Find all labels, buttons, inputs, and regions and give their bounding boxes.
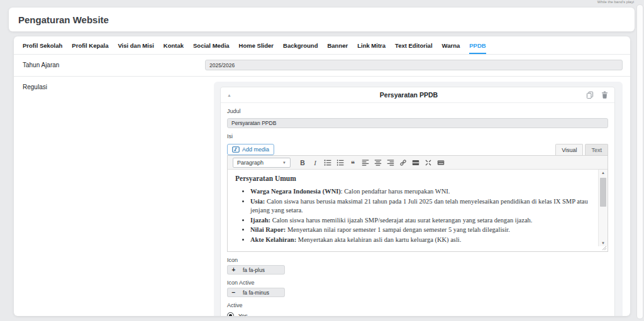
align-center-icon bbox=[374, 159, 382, 166]
page-scrollbar[interactable] bbox=[637, 5, 643, 318]
requirements-list: Warga Negara Indonesia (WNI): Calon pend… bbox=[235, 187, 591, 246]
insert-link-button[interactable] bbox=[397, 158, 409, 168]
icon-input-group: + fa fa-plus bbox=[227, 265, 285, 275]
add-media-label: Add media bbox=[242, 146, 269, 153]
list-item: Nilai Rapor: Menyertakan nilai rapor sem… bbox=[250, 226, 591, 234]
tab-home-slider[interactable]: Home Slider bbox=[239, 36, 274, 54]
numbered-list-icon bbox=[336, 159, 344, 166]
numbered-list-button[interactable] bbox=[335, 158, 346, 168]
judul-label: Judul bbox=[227, 108, 608, 114]
icon-active-label: Icon Active bbox=[227, 280, 608, 286]
tab-visi-dan-misi[interactable]: Visi dan Misi bbox=[118, 36, 153, 54]
regulation-card-header: ▲ Persyaratan PPDB bbox=[221, 87, 614, 103]
editor-frame: Paragraph ▼ B I bbox=[227, 155, 608, 252]
blockquote-button[interactable]: ❝ bbox=[347, 158, 358, 168]
link-icon bbox=[399, 159, 407, 166]
align-left-button[interactable] bbox=[360, 158, 371, 168]
paragraph-dropdown[interactable]: Paragraph ▼ bbox=[233, 158, 291, 168]
list-item: Warga Negara Indonesia (WNI): Calon pend… bbox=[250, 187, 591, 196]
read-more-button[interactable] bbox=[410, 158, 421, 168]
judul-input[interactable] bbox=[227, 118, 608, 128]
list-item: Ijazah: Calon siswa harus memiliki ijaza… bbox=[250, 216, 591, 225]
active-label: Active bbox=[227, 302, 608, 308]
active-yes-radio[interactable]: Yes bbox=[227, 312, 608, 316]
align-right-button[interactable] bbox=[385, 158, 396, 168]
isi-label: Isi bbox=[227, 133, 608, 139]
align-right-icon bbox=[387, 159, 394, 166]
minus-icon: − bbox=[227, 288, 240, 297]
regulasi-label: Regulasi bbox=[23, 82, 205, 90]
scroll-up-icon[interactable]: ▲ bbox=[599, 171, 608, 175]
scroll-down-icon[interactable]: ▼ bbox=[599, 241, 608, 245]
resize-grip-icon[interactable] bbox=[602, 246, 607, 251]
collapse-button[interactable]: ▲ bbox=[227, 93, 231, 97]
scrollbar-thumb[interactable] bbox=[600, 178, 606, 207]
clipped-background-text: While the band's playi bbox=[597, 0, 634, 4]
tab-link-mitra[interactable]: Link Mitra bbox=[357, 36, 386, 54]
icon-input[interactable]: fa fa-plus bbox=[240, 265, 285, 275]
italic-icon: I bbox=[314, 159, 316, 166]
bullet-text: Menyertakan akta kelahiran asli dan kart… bbox=[296, 236, 461, 243]
toolbar-toggle-button[interactable] bbox=[435, 158, 447, 168]
align-center-button[interactable] bbox=[372, 158, 384, 168]
regulation-card-body: Judul Isi Add media bbox=[221, 108, 614, 316]
bullet-term: Warga Negara Indonesia (WNI) bbox=[250, 188, 341, 195]
list-item: Akte Kelahiran: Menyertakan akta kelahir… bbox=[250, 236, 591, 244]
bullet-text: Calon siswa harus berusia maksimal 21 ta… bbox=[250, 198, 588, 214]
icon-label: Icon bbox=[227, 257, 608, 263]
settings-tabs: Profil Sekolah Profil Kepala Visi dan Mi… bbox=[14, 36, 630, 55]
tab-profil-sekolah[interactable]: Profil Sekolah bbox=[23, 36, 62, 54]
editor-statusbar bbox=[228, 246, 608, 251]
tab-text-editorial[interactable]: Text Editorial bbox=[395, 36, 432, 54]
editor-tab-visual[interactable]: Visual bbox=[555, 144, 583, 156]
fullscreen-icon bbox=[425, 159, 432, 166]
icon-active-input-group: − fa fa-minus bbox=[227, 288, 285, 297]
duplicate-button[interactable] bbox=[586, 91, 594, 99]
add-media-icon bbox=[232, 146, 240, 153]
plus-icon: + bbox=[227, 265, 240, 275]
editor-media-row: Add media Visual Text bbox=[227, 141, 608, 155]
chevron-down-icon: ▼ bbox=[282, 161, 286, 165]
bold-icon: B bbox=[300, 159, 305, 166]
bold-button[interactable]: B bbox=[297, 158, 308, 168]
copy-icon bbox=[586, 91, 594, 99]
tahun-ajaran-row: Tahun Ajaran bbox=[14, 55, 630, 77]
blockquote-icon: ❝ bbox=[351, 159, 355, 166]
fullscreen-button[interactable] bbox=[423, 158, 434, 168]
content-heading: Persyaratan Umum bbox=[235, 175, 591, 182]
tab-banner[interactable]: Banner bbox=[327, 36, 348, 54]
editor-toolbar: Paragraph ▼ B I bbox=[228, 156, 608, 170]
regulation-card: ▲ Persyaratan PPDB bbox=[220, 87, 615, 316]
editor-content[interactable]: Persyaratan Umum Warga Negara Indonesia … bbox=[228, 170, 608, 246]
tab-background[interactable]: Background bbox=[283, 36, 318, 54]
icon-active-input[interactable]: fa fa-minus bbox=[240, 288, 285, 297]
bullet-text: : Calon pendaftar harus merupakan WNI. bbox=[341, 188, 450, 195]
tab-ppdb[interactable]: PPDB bbox=[469, 36, 486, 54]
bullet-text: Menyertakan nilai rapor semester 1 sampa… bbox=[286, 226, 510, 233]
add-media-button[interactable]: Add media bbox=[227, 144, 274, 155]
tab-social-media[interactable]: Social Media bbox=[193, 36, 230, 54]
regulation-card-actions bbox=[586, 91, 608, 99]
paragraph-dropdown-value: Paragraph bbox=[237, 160, 264, 166]
italic-button[interactable]: I bbox=[309, 158, 321, 168]
trash-icon bbox=[601, 91, 608, 99]
regulation-card-title: Persyaratan PPDB bbox=[231, 91, 586, 99]
caret-up-icon: ▲ bbox=[227, 93, 231, 97]
settings-card: Profil Sekolah Profil Kepala Visi dan Mi… bbox=[14, 36, 630, 316]
bulleted-list-button[interactable] bbox=[322, 158, 333, 168]
editor-tab-text[interactable]: Text bbox=[585, 144, 608, 156]
tab-warna[interactable]: Warna bbox=[442, 36, 460, 54]
bulleted-list-icon bbox=[324, 159, 331, 166]
tab-kontak[interactable]: Kontak bbox=[164, 36, 184, 54]
radio-selected-icon[interactable] bbox=[227, 312, 234, 316]
bullet-term: Nilai Rapor: bbox=[250, 226, 286, 233]
regulation-item-container: ▲ Persyaratan PPDB bbox=[214, 82, 623, 316]
delete-button[interactable] bbox=[601, 91, 608, 99]
tab-profil-kepala[interactable]: Profil Kepala bbox=[72, 36, 108, 54]
bullet-term: Usia: bbox=[250, 198, 265, 205]
tahun-ajaran-input[interactable] bbox=[205, 60, 623, 70]
editor-scrollbar[interactable]: ▲ ▼ bbox=[598, 170, 608, 246]
radio-yes-label: Yes bbox=[238, 313, 248, 317]
list-item: Usia: Calon siswa harus berusia maksimal… bbox=[250, 197, 591, 215]
bullet-term: Akte Kelahiran: bbox=[250, 236, 296, 243]
